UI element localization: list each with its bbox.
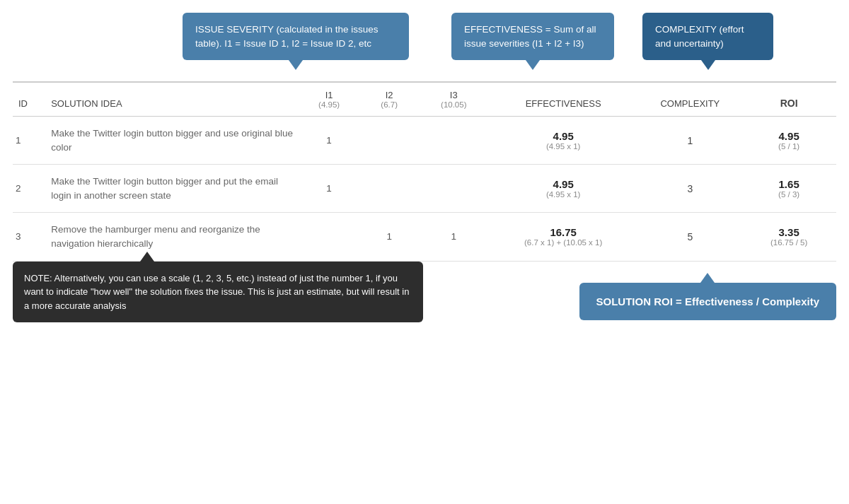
- cell-idea-2: Remove the hamburger menu and reorganize…: [45, 213, 299, 261]
- tooltip-complexity-text: COMPLEXITY (effort and uncertainty): [655, 24, 744, 49]
- cell-i1-1: 1: [299, 165, 359, 213]
- header-i1: I1 (4.95): [299, 83, 359, 117]
- tooltip-severity: ISSUE SEVERITY (calculated in the issues…: [183, 13, 409, 60]
- note-text: NOTE: Alternatively, you can use a scale…: [24, 273, 409, 311]
- header-effectiveness: EFFECTIVENESS: [488, 83, 639, 117]
- cell-i1-0: 1: [299, 117, 359, 165]
- table-row: 3 Remove the hamburger menu and reorgani…: [13, 213, 836, 261]
- cell-id-2: 3: [13, 213, 45, 261]
- table-row: 1 Make the Twitter login button bigger a…: [13, 117, 836, 165]
- cell-id-1: 2: [13, 165, 45, 213]
- cell-complexity-2: 5: [638, 213, 741, 261]
- cell-i2-0: [359, 117, 420, 165]
- cell-i2-2: 1: [359, 213, 420, 261]
- cell-i3-2: 1: [420, 213, 488, 261]
- cell-effectiveness-2: 16.75 (6.7 x 1) + (10.05 x 1): [488, 213, 639, 261]
- table-row: 2 Make the Twitter login button bigger a…: [13, 165, 836, 213]
- cell-i2-1: [359, 165, 420, 213]
- main-container: ISSUE SEVERITY (calculated in the issues…: [0, 0, 849, 504]
- header-idea: SOLUTION IDEA: [45, 83, 299, 117]
- header-id: ID: [13, 83, 45, 117]
- tooltip-complexity: COMPLEXITY (effort and uncertainty): [642, 13, 773, 60]
- cell-i1-2: [299, 213, 359, 261]
- tooltip-row: ISSUE SEVERITY (calculated in the issues…: [0, 0, 849, 60]
- cell-roi-0: 4.95 (5 / 1): [741, 117, 836, 165]
- cell-roi-2: 3.35 (16.75 / 5): [741, 213, 836, 261]
- note-box: NOTE: Alternatively, you can use a scale…: [13, 262, 423, 323]
- tooltip-effectiveness-text: EFFECTIVENESS = Sum of all issue severit…: [464, 24, 596, 49]
- table-header-row: ID SOLUTION IDEA I1 (4.95) I2 (6.7) I3 (…: [13, 83, 836, 117]
- cell-i3-0: [420, 117, 488, 165]
- bottom-row: NOTE: Alternatively, you can use a scale…: [13, 262, 836, 326]
- tooltip-severity-text: ISSUE SEVERITY (calculated in the issues…: [195, 24, 379, 49]
- roi-formula-text: SOLUTION ROI = Effectiveness / Complexit…: [596, 295, 820, 307]
- cell-id-0: 1: [13, 117, 45, 165]
- header-complexity: COMPLEXITY: [638, 83, 741, 117]
- bottom-wrapper: SOLUTION ROI = Effectiveness / Complexit…: [579, 262, 837, 326]
- tooltip-effectiveness: EFFECTIVENESS = Sum of all issue severit…: [451, 13, 614, 60]
- roi-formula-box: SOLUTION ROI = Effectiveness / Complexit…: [579, 283, 837, 320]
- cell-effectiveness-0: 4.95 (4.95 x 1): [488, 117, 639, 165]
- cell-complexity-0: 1: [638, 117, 741, 165]
- header-i3: I3 (10.05): [420, 83, 488, 117]
- solutions-table: ID SOLUTION IDEA I1 (4.95) I2 (6.7) I3 (…: [13, 83, 836, 261]
- cell-effectiveness-1: 4.95 (4.95 x 1): [488, 165, 639, 213]
- cell-roi-1: 1.65 (5 / 3): [741, 165, 836, 213]
- cell-idea-1: Make the Twitter login button bigger and…: [45, 165, 299, 213]
- header-i2: I2 (6.7): [359, 83, 420, 117]
- cell-i3-1: [420, 165, 488, 213]
- cell-complexity-1: 3: [638, 165, 741, 213]
- table-container: ID SOLUTION IDEA I1 (4.95) I2 (6.7) I3 (…: [13, 81, 836, 261]
- header-roi: ROI: [741, 83, 836, 117]
- cell-idea-0: Make the Twitter login button bigger and…: [45, 117, 299, 165]
